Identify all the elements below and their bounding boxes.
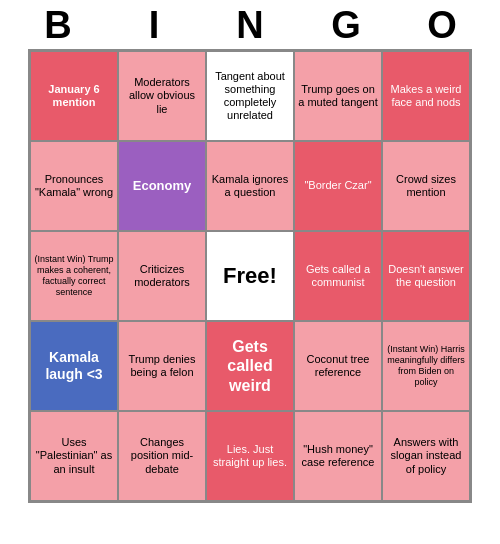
bingo-cell-3[interactable]: Trump goes on a muted tangent [294,51,382,141]
bingo-cell-7[interactable]: Kamala ignores a question [206,141,294,231]
bingo-cell-2[interactable]: Tangent about something completely unrel… [206,51,294,141]
bingo-cell-13[interactable]: Gets called a communist [294,231,382,321]
bingo-grid: January 6 mentionModerators allow obviou… [28,49,472,503]
bingo-cell-17[interactable]: Gets called weird [206,321,294,411]
bingo-cell-14[interactable]: Doesn't answer the question [382,231,470,321]
bingo-cell-21[interactable]: Changes position mid-debate [118,411,206,501]
bingo-cell-0[interactable]: January 6 mention [30,51,118,141]
bingo-cell-8[interactable]: "Border Czar" [294,141,382,231]
letter-n: N [206,4,294,47]
bingo-cell-6[interactable]: Economy [118,141,206,231]
bingo-cell-5[interactable]: Pronounces "Kamala" wrong [30,141,118,231]
bingo-cell-19[interactable]: (Instant Win) Harris meaningfully differ… [382,321,470,411]
bingo-cell-23[interactable]: "Hush money" case reference [294,411,382,501]
letter-o: O [398,4,486,47]
bingo-cell-9[interactable]: Crowd sizes mention [382,141,470,231]
letter-g: G [302,4,390,47]
bingo-cell-1[interactable]: Moderators allow obvious lie [118,51,206,141]
bingo-cell-12[interactable]: Free! [206,231,294,321]
letter-i: I [110,4,198,47]
bingo-cell-24[interactable]: Answers with slogan instead of policy [382,411,470,501]
bingo-cell-10[interactable]: (Instant Win) Trump makes a coherent, fa… [30,231,118,321]
bingo-cell-16[interactable]: Trump denies being a felon [118,321,206,411]
bingo-cell-15[interactable]: Kamala laugh <3 [30,321,118,411]
bingo-cell-11[interactable]: Criticizes moderators [118,231,206,321]
letter-b: B [14,4,102,47]
bingo-cell-4[interactable]: Makes a weird face and nods [382,51,470,141]
bingo-cell-22[interactable]: Lies. Just straight up lies. [206,411,294,501]
bingo-cell-18[interactable]: Coconut tree reference [294,321,382,411]
bingo-title: B I N G O [10,0,490,49]
bingo-cell-20[interactable]: Uses "Palestinian" as an insult [30,411,118,501]
